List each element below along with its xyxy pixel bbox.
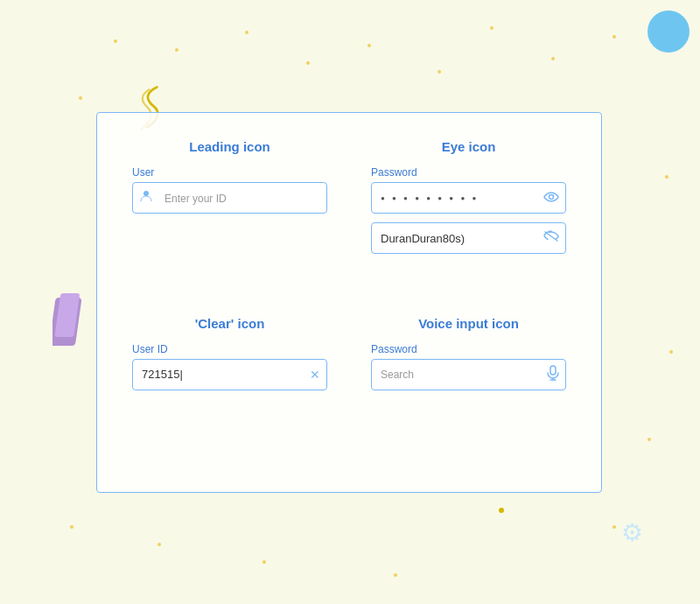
clear-icon[interactable]: ✕ — [310, 368, 320, 382]
user-label: User — [132, 166, 327, 179]
leading-icon-title: Leading icon — [189, 139, 270, 154]
decorative-circle — [648, 11, 690, 53]
password-input-wrapper-2 — [371, 222, 566, 254]
password-input-1[interactable] — [371, 182, 566, 214]
user-id-input-wrapper: ✕ — [132, 359, 327, 390]
user-id-input[interactable] — [132, 359, 327, 390]
voice-input-section: Voice input icon Password — [354, 307, 584, 475]
svg-rect-4 — [550, 366, 556, 375]
user-id-label: User ID — [132, 343, 327, 355]
clear-icon-section: 'Clear' icon User ID ✕ — [115, 307, 345, 475]
voice-input-title: Voice input icon — [418, 316, 519, 331]
user-input-wrapper — [132, 182, 327, 214]
svg-rect-0 — [52, 298, 82, 346]
password-label-1: Password — [371, 166, 566, 179]
microphone-icon[interactable] — [547, 365, 559, 384]
eye-icon-section: Eye icon Password — [354, 130, 584, 298]
svg-rect-1 — [54, 293, 80, 337]
eye-icon[interactable] — [543, 190, 559, 206]
leading-icon-section: Leading icon User — [115, 130, 345, 298]
eye-icon-title: Eye icon — [442, 139, 496, 154]
main-card: Leading icon User Eye icon Password — [96, 112, 602, 493]
search-input[interactable] — [371, 359, 566, 390]
eye-slash-icon[interactable] — [543, 230, 559, 246]
decorative-gear: ⚙ — [621, 518, 643, 547]
clear-icon-title: 'Clear' icon — [195, 316, 265, 331]
password-input-2[interactable] — [371, 222, 566, 254]
password-input-wrapper-1 — [371, 182, 566, 214]
decorative-parallelogram — [52, 289, 96, 376]
user-input[interactable] — [132, 182, 327, 214]
search-input-wrapper — [371, 359, 566, 390]
svg-point-3 — [550, 195, 554, 200]
password-label-2: Password — [371, 343, 566, 355]
